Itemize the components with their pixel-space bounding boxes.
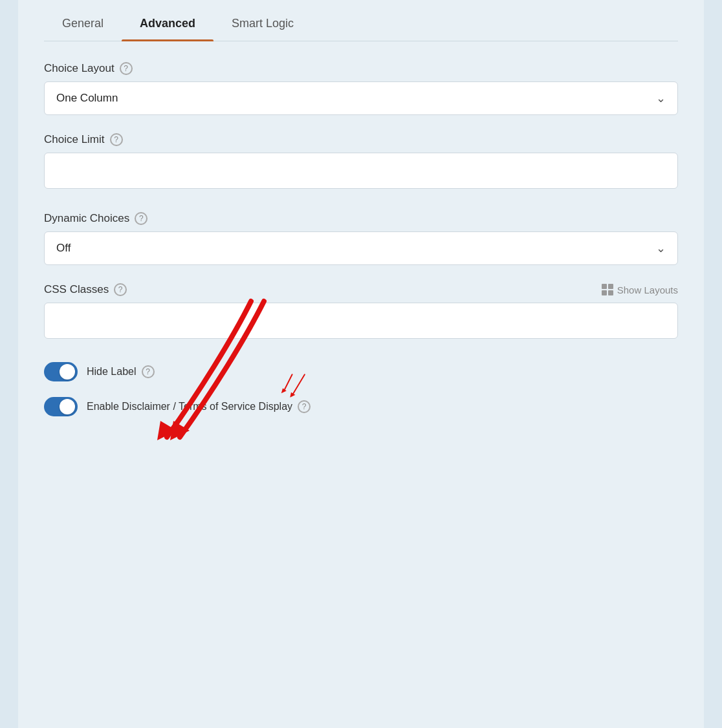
- dynamic-choices-section: Dynamic Choices ? Off ⌄: [44, 212, 678, 265]
- disclaimer-label-text: Enable Disclaimer / Terms of Service Dis…: [87, 400, 311, 413]
- css-classes-help-icon[interactable]: ?: [114, 283, 127, 296]
- hide-label-toggle-row: Hide Label ?: [44, 362, 678, 381]
- dynamic-choices-label: Dynamic Choices ?: [44, 212, 678, 225]
- grid-icon: [602, 284, 613, 295]
- choice-layout-section: Choice Layout ? One Column ⌄: [44, 62, 678, 115]
- css-classes-input[interactable]: [44, 303, 678, 339]
- css-classes-label-row: CSS Classes ? Show Layouts: [44, 283, 678, 296]
- disclaimer-toggle-row: Enable Disclaimer / Terms of Service Dis…: [44, 397, 678, 416]
- hide-label-toggle[interactable]: [44, 362, 78, 381]
- annotation-arrow-overlay: [44, 372, 678, 502]
- choice-layout-help-icon[interactable]: ?: [120, 62, 133, 75]
- disclaimer-toggle[interactable]: [44, 397, 78, 416]
- choice-limit-section: Choice Limit ?: [44, 133, 678, 207]
- tab-general[interactable]: General: [44, 6, 122, 41]
- choice-layout-chevron-icon: ⌄: [656, 91, 666, 105]
- svg-marker-5: [170, 421, 190, 440]
- css-classes-section: CSS Classes ? Show Layouts: [44, 283, 678, 357]
- disclaimer-help-icon[interactable]: ?: [298, 400, 311, 413]
- svg-marker-3: [281, 389, 287, 394]
- choice-limit-label: Choice Limit ?: [44, 133, 678, 146]
- dynamic-choices-select[interactable]: Off ⌄: [44, 231, 678, 265]
- dynamic-choices-chevron-icon: ⌄: [656, 241, 666, 255]
- choice-layout-select[interactable]: One Column ⌄: [44, 81, 678, 115]
- tabs-container: General Advanced Smart Logic: [44, 0, 678, 41]
- tab-advanced[interactable]: Advanced: [122, 6, 213, 41]
- tab-smart-logic[interactable]: Smart Logic: [213, 6, 312, 41]
- choice-limit-input[interactable]: [44, 153, 678, 189]
- dynamic-choices-help-icon[interactable]: ?: [135, 212, 148, 225]
- choice-layout-label: Choice Layout ?: [44, 62, 678, 75]
- show-layouts-button[interactable]: Show Layouts: [602, 284, 678, 295]
- svg-marker-4: [157, 421, 177, 440]
- hide-label-text: Hide Label ?: [87, 365, 155, 378]
- hide-label-help-icon[interactable]: ?: [142, 365, 155, 378]
- choice-limit-help-icon[interactable]: ?: [110, 133, 123, 146]
